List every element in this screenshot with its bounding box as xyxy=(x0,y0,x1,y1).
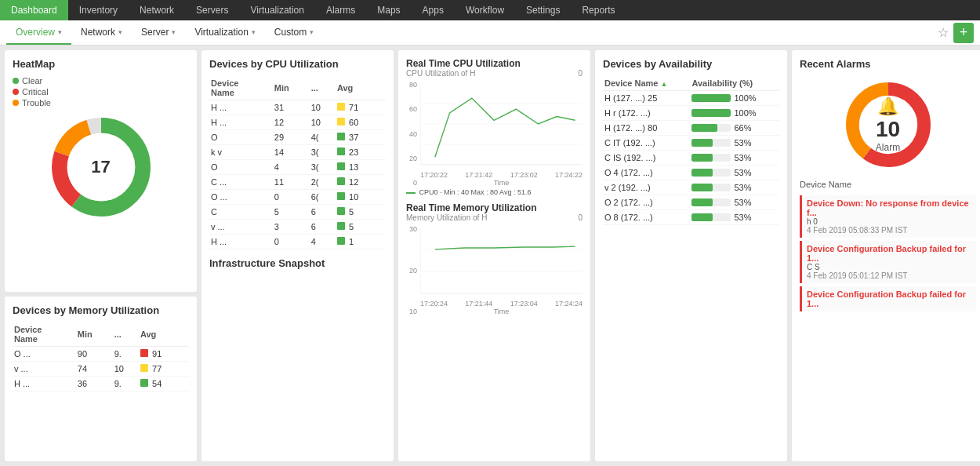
nav-workflow[interactable]: Workflow xyxy=(455,0,515,20)
bar-indicator xyxy=(337,147,345,155)
availability-bar-fill xyxy=(691,213,713,221)
nav-virtualization[interactable]: Virtualization xyxy=(239,0,314,20)
nav-dashboard[interactable]: Dashboard xyxy=(0,0,68,20)
availability-bar xyxy=(691,184,731,191)
availability-bar xyxy=(691,154,731,162)
col-mid: ... xyxy=(310,76,336,100)
realtime-memory-section: Real Time Memory Utilization Memory Util… xyxy=(406,202,583,315)
cpu-util-title: Devices by CPU Utilization xyxy=(209,58,386,70)
cpu-x-labels: 17:20:22 17:21:42 17:23:02 17:24:22 xyxy=(420,169,583,179)
table-row: v ... 3 6 5 xyxy=(209,220,386,235)
alarm-item-title: Device Down: No response from device f..… xyxy=(807,198,971,217)
availability-bar xyxy=(691,213,731,221)
mem-y-axis: 30 20 10 xyxy=(406,225,419,315)
nav-inventory[interactable]: Inventory xyxy=(68,0,129,20)
bar-indicator xyxy=(337,192,345,200)
chevron-down-icon: ▾ xyxy=(118,28,122,36)
alarm-item: Device Configuration Backup failed for 1… xyxy=(800,286,976,311)
tab-custom[interactable]: Custom ▾ xyxy=(265,20,323,45)
bar-indicator xyxy=(337,237,345,245)
col-device-name: DeviceName xyxy=(209,76,273,100)
realtime-card: Real Time CPU Utilization CPU Utilizatio… xyxy=(398,50,590,461)
donut-center: 17 xyxy=(91,157,110,177)
table-row: H (127. ...) 25 100% xyxy=(603,91,779,106)
nav-alarms[interactable]: Alarms xyxy=(315,0,366,20)
nav-settings[interactable]: Settings xyxy=(515,0,571,20)
cpu-y-axis: 80 60 40 20 0 xyxy=(406,81,419,187)
legend-critical: Critical xyxy=(13,87,189,96)
availability-bar xyxy=(691,169,731,177)
mem-x-labels: 17:20:24 17:21:44 17:23:04 17:24:24 xyxy=(420,298,583,308)
alarm-donut-center: 🔔 10 Alarm xyxy=(876,96,900,153)
alarm-item-time: 4 Feb 2019 05:01:12 PM IST xyxy=(807,271,971,280)
alarm-item-time: 4 Feb 2019 05:08:33 PM IST xyxy=(807,226,971,235)
table-row: H ... 31 10 71 xyxy=(209,100,386,115)
table-row: O ... 90 9. 91 xyxy=(13,347,189,362)
col-avg: Avg xyxy=(336,76,386,100)
availability-bar xyxy=(691,109,731,117)
clear-dot xyxy=(13,78,19,84)
bar-indicator xyxy=(337,162,345,170)
bar-indicator xyxy=(337,103,345,111)
table-row: C 5 6 5 xyxy=(209,205,386,220)
realtime-cpu-value: 0 xyxy=(578,69,583,78)
realtime-cpu-subtitle: CPU Utilization of H xyxy=(406,69,475,78)
memory-util-card: Devices by Memory Utilization DeviceName… xyxy=(5,297,197,461)
bar-indicator xyxy=(140,349,148,357)
infra-snapshot-title: Infrastructure Snapshot xyxy=(209,257,386,269)
avail-col-device: Device Name ▲ xyxy=(603,76,690,91)
table-row: O 8 (172. ...) 53% xyxy=(603,210,779,225)
mem-col-mid: ... xyxy=(113,322,139,347)
mem-x-axis-label: Time xyxy=(420,308,583,315)
tab-overview[interactable]: Overview ▾ xyxy=(6,20,71,45)
cpu-util-card: Devices by CPU Utilization DeviceName Mi… xyxy=(201,50,394,461)
heatmap-donut: 17 xyxy=(13,112,189,222)
heatmap-title: HeatMap xyxy=(13,58,189,70)
mem-col-avg: Avg xyxy=(139,322,189,347)
cpu-util-table: DeviceName Min ... Avg H ... 31 10 71 H … xyxy=(209,76,386,249)
alarm-item: Device Configuration Backup failed for 1… xyxy=(800,241,976,283)
legend-clear: Clear xyxy=(13,76,189,86)
mem-col-min: Min xyxy=(76,322,113,347)
add-dashboard-button[interactable]: + xyxy=(953,23,974,43)
nav-reports[interactable]: Reports xyxy=(571,0,626,20)
availability-bar-fill xyxy=(691,184,713,191)
bar-indicator xyxy=(140,364,148,372)
table-row: H ... 36 9. 54 xyxy=(13,377,189,391)
cpu-chart-svg xyxy=(420,81,583,167)
tab-virtualization[interactable]: Virtualization ▾ xyxy=(185,20,264,45)
table-row: O 4 3( 13 xyxy=(209,160,386,175)
heatmap-card: HeatMap Clear Critical Trouble xyxy=(5,50,197,292)
heatmap-legend: Clear Critical Trouble xyxy=(13,76,189,107)
favorite-button[interactable]: ☆ xyxy=(938,25,949,40)
table-row: O 2 (172. ...) 53% xyxy=(603,195,779,210)
cpu-legend-line xyxy=(406,192,416,194)
mem-chart-area: 17:20:24 17:21:44 17:23:04 17:24:24 Time xyxy=(420,225,583,315)
alarm-list: Device Down: No response from device f..… xyxy=(800,195,976,311)
availability-bar-fill xyxy=(691,94,731,102)
tab-network[interactable]: Network ▾ xyxy=(71,20,132,45)
tab-server[interactable]: Server ▾ xyxy=(132,20,185,45)
chevron-down-icon: ▾ xyxy=(252,28,256,36)
table-row: O ... 0 6( 10 xyxy=(209,190,386,205)
nav-maps[interactable]: Maps xyxy=(366,0,411,20)
cpu-chart-area: 17:20:22 17:21:42 17:23:02 17:24:22 Time xyxy=(420,81,583,187)
table-row: v 2 (192. ...) 53% xyxy=(603,180,779,195)
bar-indicator xyxy=(337,118,345,126)
alarm-item-device: C S xyxy=(807,263,971,271)
nav-apps[interactable]: Apps xyxy=(412,0,455,20)
alarm-item-title: Device Configuration Backup failed for 1… xyxy=(807,244,971,263)
availability-bar-fill xyxy=(691,139,713,147)
availability-bar xyxy=(691,139,731,147)
nav-network[interactable]: Network xyxy=(129,0,185,20)
chevron-down-icon: ▾ xyxy=(310,28,314,36)
availability-bar-fill xyxy=(691,124,717,132)
trouble-dot xyxy=(13,100,19,106)
availability-bar-fill xyxy=(691,198,713,206)
table-row: O 4 (172. ...) 53% xyxy=(603,166,779,180)
alarm-bell-icon: 🔔 xyxy=(877,96,898,117)
realtime-cpu-section: Real Time CPU Utilization CPU Utilizatio… xyxy=(406,58,583,196)
realtime-memory-subtitle: Memory Utilization of H xyxy=(406,213,487,222)
nav-servers[interactable]: Servers xyxy=(185,0,239,20)
availability-bar xyxy=(691,198,731,206)
